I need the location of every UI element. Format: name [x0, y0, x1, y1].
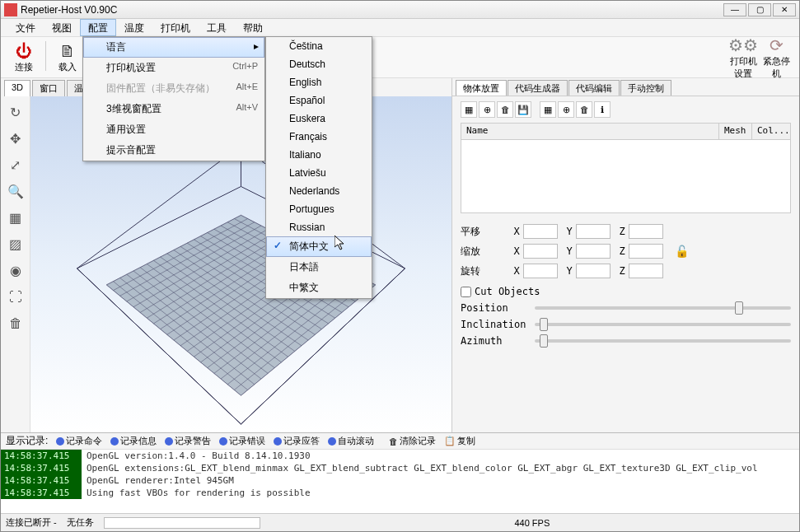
tool-left-icon: 🗎 [51, 41, 84, 61]
close-button[interactable]: ✕ [773, 3, 796, 16]
view-tab-3D[interactable]: 3D [4, 80, 30, 96]
obj-tool-0[interactable]: ▦ [461, 101, 477, 118]
tool-right-0[interactable]: ⚙⚙打印机设置 [727, 35, 760, 80]
right-tab-3[interactable]: 手动控制 [620, 80, 671, 96]
menu-配置[interactable]: 配置 [80, 19, 116, 36]
transform-input-平移-X[interactable] [523, 224, 558, 239]
slider-track[interactable] [535, 323, 791, 326]
lang-item-中繁文[interactable]: 中繁文 [266, 278, 372, 298]
menu-工具[interactable]: 工具 [199, 19, 235, 36]
lang-item-Euskera[interactable]: Euskera [266, 110, 372, 128]
view-tool-4[interactable]: ▦ [4, 207, 27, 230]
col-name[interactable]: Name [461, 124, 719, 139]
transform-input-缩放-Z[interactable] [629, 244, 663, 259]
menu-帮助[interactable]: 帮助 [235, 19, 271, 36]
tool-left-label: 连接 [7, 61, 40, 73]
config-menu[interactable]: 语言▸打印机设置Ctrl+P固件配置（非易失存储）Alt+E3维视窗配置Alt+… [82, 36, 265, 161]
log-timestamp: 14:58:37.415 [1, 462, 82, 474]
log-action-清除记录[interactable]: 🗑清除记录 [389, 435, 436, 447]
config-menu-item[interactable]: 打印机设置Ctrl+P [83, 58, 264, 78]
slider-track[interactable] [535, 339, 791, 343]
view-tool-5[interactable]: ▨ [4, 233, 27, 256]
view-tool-1[interactable]: ✥ [4, 128, 27, 151]
transform-input-旋转-Y[interactable] [576, 264, 611, 278]
menu-item-label: 固件配置（非易失存储） [106, 82, 236, 96]
slider-thumb[interactable] [540, 334, 548, 348]
toggle-dot-icon [219, 437, 227, 446]
obj-tool-3[interactable]: 💾 [515, 101, 531, 118]
minimize-button[interactable]: — [723, 3, 746, 16]
transform-input-平移-Y[interactable] [576, 224, 611, 239]
object-table[interactable]: Name Mesh Col... [461, 123, 791, 213]
view-tool-8[interactable]: 🗑 [4, 312, 27, 335]
col-color[interactable]: Col... [752, 124, 790, 139]
config-menu-item[interactable]: 语言▸ [83, 37, 264, 58]
lang-item-Portugues[interactable]: Portugues [266, 200, 372, 218]
lang-item-Deutsch[interactable]: Deutsch [266, 55, 372, 73]
config-menu-item[interactable]: 提示音配置 [83, 140, 264, 161]
right-tabs: 物体放置代码生成器代码编辑手动控制 [452, 78, 799, 96]
log-action-复制[interactable]: 📋复制 [444, 435, 475, 447]
transform-input-平移-Z[interactable] [629, 224, 663, 239]
tool-left-1[interactable]: 🗎载入 [51, 41, 84, 73]
log-body[interactable]: 14:58:37.415OpenGL version:1.4.0 - Build… [1, 450, 799, 513]
menu-视图[interactable]: 视图 [44, 19, 80, 36]
lang-item-日本語[interactable]: 日本語 [266, 257, 372, 278]
slider-thumb[interactable] [540, 318, 548, 331]
transform-input-缩放-X[interactable] [523, 244, 558, 259]
lang-item-Nederlands[interactable]: Nederlands [266, 182, 372, 200]
obj-tool-1[interactable]: ⊕ [479, 101, 495, 118]
menu-文件[interactable]: 文件 [7, 19, 44, 36]
view-tool-3[interactable]: 🔍 [4, 180, 27, 203]
right-tab-2[interactable]: 代码编辑 [568, 80, 620, 96]
slider-thumb[interactable] [735, 301, 743, 315]
lang-item-Italiano[interactable]: Italiano [266, 146, 372, 164]
transform-input-缩放-Y[interactable] [576, 244, 611, 259]
menu-温度[interactable]: 温度 [116, 19, 152, 36]
lock-icon[interactable]: 🔓 [675, 245, 689, 258]
view-tool-2[interactable]: ⤢ [4, 154, 27, 177]
view-tool-7[interactable]: ⛶ [4, 286, 27, 309]
axis-label-Z: Z [615, 245, 629, 257]
config-menu-item[interactable]: 通用设置 [83, 119, 264, 140]
obj-tool-5[interactable]: ⊕ [558, 101, 574, 118]
tool-right-label: 紧急停机 [760, 55, 793, 80]
language-submenu[interactable]: ČeštinaDeutschEnglishEspañolEuskeraFranç… [265, 36, 372, 299]
col-mesh[interactable]: Mesh [719, 124, 752, 139]
log-toggle-记录错误[interactable]: 记录错误 [219, 435, 265, 447]
menu-item-label: 3维视窗配置 [106, 102, 236, 116]
slider-track[interactable] [535, 306, 791, 310]
log-toggle-记录命令[interactable]: 记录命令 [56, 435, 102, 447]
view-tool-6[interactable]: ◉ [4, 259, 27, 282]
view-tab-窗口[interactable]: 窗口 [32, 80, 65, 96]
menu-item-label: 语言 [106, 40, 258, 54]
obj-tool-7[interactable]: ℹ [594, 101, 611, 118]
log-message: OpenGL version:1.4.0 - Build 8.14.10.193… [82, 450, 316, 462]
log-toggle-记录信息[interactable]: 记录信息 [110, 435, 157, 447]
obj-tool-6[interactable]: 🗑 [576, 101, 592, 118]
maximize-button[interactable]: ▢ [748, 3, 771, 16]
right-tab-0[interactable]: 物体放置 [456, 80, 507, 96]
obj-tool-4[interactable]: ▦ [540, 101, 556, 118]
view-tool-0[interactable]: ↻ [4, 101, 27, 124]
lang-item-Español[interactable]: Español [266, 91, 372, 110]
log-line: 14:58:37.415OpenGL version:1.4.0 - Build… [1, 450, 799, 462]
lang-item-English[interactable]: English [266, 73, 372, 91]
right-tab-1[interactable]: 代码生成器 [508, 80, 568, 96]
obj-tool-2[interactable]: 🗑 [497, 101, 513, 118]
lang-item-Čeština[interactable]: Čeština [266, 37, 372, 55]
menu-打印机[interactable]: 打印机 [152, 19, 199, 36]
cut-objects-checkbox[interactable] [461, 287, 471, 297]
lang-item-简体中文[interactable]: ✓简体中文 [266, 236, 372, 257]
log-toggle-记录警告[interactable]: 记录警告 [165, 435, 211, 447]
transform-input-旋转-Z[interactable] [629, 264, 663, 278]
config-menu-item[interactable]: 3维视窗配置Alt+V [83, 99, 264, 119]
transform-input-旋转-X[interactable] [523, 264, 558, 278]
lang-item-Russian[interactable]: Russian [266, 218, 372, 236]
lang-item-Français[interactable]: Français [266, 128, 372, 146]
tool-left-0[interactable]: ⏻连接 [7, 41, 40, 73]
log-toggle-自动滚动[interactable]: 自动滚动 [328, 435, 374, 447]
tool-right-1[interactable]: ⟳紧急停机 [760, 35, 793, 80]
log-toggle-记录应答[interactable]: 记录应答 [274, 435, 320, 447]
lang-item-Latviešu[interactable]: Latviešu [266, 164, 372, 182]
